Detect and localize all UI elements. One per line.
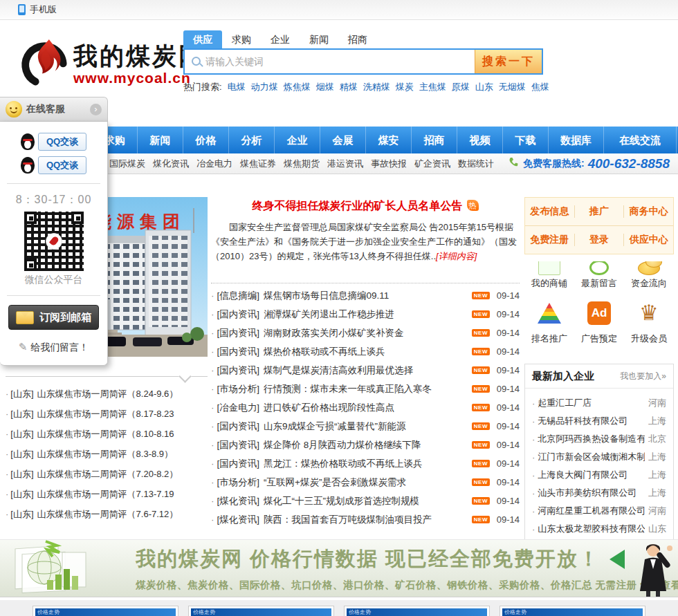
shandong-news-item[interactable]: [山东]山东煤焦市场二周简评（7.20-8.2） [6, 464, 209, 484]
mobile-version-link[interactable]: 手机版 [18, 3, 57, 16]
nav-item[interactable]: 视频 [457, 127, 502, 153]
subscribe-email-button[interactable]: 订阅到邮箱 [8, 305, 99, 330]
news-title[interactable]: 湘潭煤矿关闭退出工作稳步推进 [264, 308, 472, 321]
news-category[interactable]: [国内资讯] [217, 308, 260, 321]
search-tab-news[interactable]: 新闻 [300, 30, 338, 48]
upgrade-member-item[interactable]: 升级会员 [624, 296, 674, 345]
nav-item[interactable]: 数据库 [548, 127, 603, 153]
search-tab-supply[interactable]: 供应 [183, 30, 222, 48]
hot-keyword-link[interactable]: 无烟煤 [499, 82, 526, 92]
nav-item[interactable]: 招商 [411, 127, 457, 153]
news-category[interactable]: [国内资讯] [217, 346, 260, 358]
nav-item[interactable]: 新闻 [137, 127, 183, 153]
quick-link[interactable]: 供应中心 [623, 234, 673, 246]
news-title[interactable]: 山东煤焦市场一周简评（7.13-7.19 [37, 489, 174, 499]
news-item[interactable]: [国内资讯]湖南财政落实关闭小煤矿奖补资金NEW09-14 [211, 324, 520, 342]
news-title[interactable]: 煤化工“十三五”规划成形首选控制规模 [264, 495, 472, 507]
search-tab-invest[interactable]: 招商 [338, 30, 377, 48]
company-item[interactable]: 起重汇工厂店河南 [532, 394, 666, 412]
hot-keyword-link[interactable]: 烟煤 [316, 82, 334, 92]
news-item[interactable]: [国内资讯]煤热价格联动或不再纸上谈兵NEW09-14 [211, 342, 520, 361]
company-item[interactable]: 河南红星重工机器有限公司河南 [532, 502, 666, 520]
news-item[interactable]: [市场分析]行情预测：煤市未来一年或真正陷入寒冬NEW09-14 [211, 380, 520, 398]
news-title[interactable]: 山东煤焦市场一周简评（8.24-9.6） [37, 389, 178, 399]
qq-chat-label[interactable]: QQ交谈 [38, 133, 86, 151]
company-name[interactable]: 北京阿玛西换热设备制造有限 [538, 433, 645, 445]
news-category[interactable]: [煤化资讯] [217, 495, 260, 507]
news-title[interactable]: 山东煤焦市场一周简评（7.6-7.12） [37, 509, 178, 519]
news-category[interactable]: [国内资讯] [217, 420, 260, 433]
capital-flow-item[interactable]: 资金流向 [624, 261, 674, 290]
shandong-news-item[interactable]: [山东]山东煤焦市场一周简评（7.13-7.19 [6, 484, 209, 504]
search-tab-company[interactable]: 企业 [261, 30, 300, 48]
news-category[interactable]: [市场分析] [217, 476, 260, 489]
news-category[interactable]: [煤化资讯] [217, 514, 260, 526]
news-item[interactable]: [冶金电力]进口铁矿石价格出现阶段性高点NEW09-14 [211, 398, 520, 417]
hot-keyword-link[interactable]: 电煤 [228, 82, 246, 92]
sub-nav-item[interactable]: 冶金电力 [196, 158, 232, 169]
news-title[interactable]: 湖南财政落实关闭小煤矿奖补资金 [264, 327, 472, 339]
site-logo[interactable]: 我的煤炭网 www.mycoal.cn [18, 37, 205, 92]
news-title[interactable]: 煤企降价 8月陕西动力煤价格继续下降 [264, 439, 472, 451]
sub-nav-item[interactable]: 事故快报 [371, 158, 407, 169]
shandong-news-item[interactable]: [山东]山东煤焦市场一周简评（8.3-8.9） [6, 444, 209, 464]
company-item[interactable]: 上海良大阀门有限公司上海 [532, 466, 666, 484]
my-shop-item[interactable]: 我的商铺 [524, 261, 574, 290]
ad-booking-item[interactable]: Ad 广告预定 [574, 296, 624, 345]
news-category[interactable]: [国内资讯] [217, 458, 260, 470]
ranking-promo-item[interactable]: 排名推广 [524, 296, 574, 345]
quick-link[interactable]: 商务中心 [623, 205, 673, 218]
news-category[interactable]: [冶金电力] [217, 402, 260, 414]
news-title[interactable]: 煤制气是煤炭清洁高效利用最优选择 [264, 364, 472, 377]
news-category[interactable]: [国内资讯] [217, 439, 260, 451]
nav-item[interactable]: 价格 [183, 127, 228, 153]
qq-chat-button-1[interactable]: QQ交谈 [6, 133, 102, 151]
company-name[interactable]: 上海良大阀门有限公司 [538, 469, 645, 481]
hot-keyword-link[interactable]: 原煤 [452, 82, 470, 92]
news-title[interactable]: “互联网+煤炭”是否会刺激煤炭需求 [264, 476, 472, 489]
search-button[interactable]: 搜索一下 [475, 50, 542, 73]
news-title[interactable]: 黑龙江：煤热价格联动或不再纸上谈兵 [264, 458, 472, 470]
join-link[interactable]: 我也要加入» [620, 371, 666, 382]
search-tab-buy[interactable]: 求购 [222, 30, 261, 48]
sub-nav-item[interactable]: 煤化资讯 [153, 158, 189, 169]
sub-nav-item[interactable]: 煤焦期货 [284, 158, 320, 169]
chevron-down-icon[interactable] [178, 370, 191, 382]
news-item[interactable]: [国内资讯]黑龙江：煤热价格联动或不再纸上谈兵NEW09-14 [211, 454, 520, 473]
news-title[interactable]: 山东9成煤企亏损“减量替代”新能源 [264, 420, 472, 433]
company-name[interactable]: 汕头市邦美纺织有限公司 [538, 487, 645, 499]
quick-link[interactable]: 推广 [574, 205, 624, 218]
shandong-news-item[interactable]: [山东]山东煤焦市场一周简评（8.10-8.16 [6, 424, 209, 444]
news-category[interactable]: [信息摘编] [217, 290, 260, 302]
company-item[interactable]: 汕头市邦美纺织有限公司上海 [532, 484, 666, 502]
company-item[interactable]: 江门市新会区会城衡湘木制品上海 [532, 448, 666, 466]
news-item[interactable]: [国内资讯]煤企降价 8月陕西动力煤价格继续下降NEW09-14 [211, 436, 520, 454]
news-title[interactable]: 陕西：我国首套百万吨级煤制油项目投产 [264, 514, 472, 526]
collapse-arrow-icon[interactable]: › [90, 104, 102, 115]
nav-item[interactable]: 分析 [228, 127, 274, 153]
hot-keyword-link[interactable]: 主焦煤 [419, 82, 446, 92]
news-item[interactable]: [国内资讯]湘潭煤矿关闭退出工作稳步推进NEW09-14 [211, 305, 520, 324]
news-item[interactable]: [市场分析]“互联网+煤炭”是否会刺激煤炭需求NEW09-14 [211, 473, 520, 492]
sub-nav-item[interactable]: 港运资讯 [327, 158, 363, 169]
news-title[interactable]: 山东煤焦市场一周简评（8.17-8.23 [37, 409, 174, 419]
search-input[interactable] [185, 50, 475, 73]
news-item[interactable]: [煤化资讯]陕西：我国首套百万吨级煤制油项目投产NEW09-14 [211, 510, 520, 529]
hot-keyword-link[interactable]: 动力煤 [251, 82, 278, 92]
shandong-news-item[interactable]: [山东]山东煤焦市场一周简评（7.6-7.12） [6, 504, 209, 524]
latest-messages-item[interactable]: 最新留言 [574, 261, 624, 290]
news-title[interactable]: 进口铁矿石价格出现阶段性高点 [264, 402, 472, 414]
sub-nav-item[interactable]: 矿企资讯 [414, 158, 450, 169]
news-title[interactable]: 山东煤焦市场二周简评（7.20-8.2） [37, 469, 178, 479]
quick-link[interactable]: 免费注册 [525, 234, 574, 246]
news-title[interactable]: 行情预测：煤市未来一年或真正陷入寒冬 [264, 383, 472, 395]
sub-nav-item[interactable]: 数据统计 [458, 158, 494, 169]
news-title[interactable]: 山东煤焦市场一周简评（8.10-8.16 [37, 429, 174, 439]
company-name[interactable]: 起重汇工厂店 [538, 397, 645, 409]
news-item[interactable]: [国内资讯]煤制气是煤炭清洁高效利用最优选择NEW09-14 [211, 361, 520, 380]
company-name[interactable]: 无锡品轩科技有限公司 [538, 415, 645, 427]
company-item[interactable]: 山东太极龙塑胶科技有限公司山东 [532, 520, 666, 538]
news-item[interactable]: [煤化资讯]煤化工“十三五”规划成形首选控制规模NEW09-14 [211, 492, 520, 510]
hot-keyword-link[interactable]: 山东 [475, 82, 493, 92]
sub-nav-item[interactable]: 煤焦证券 [240, 158, 276, 169]
